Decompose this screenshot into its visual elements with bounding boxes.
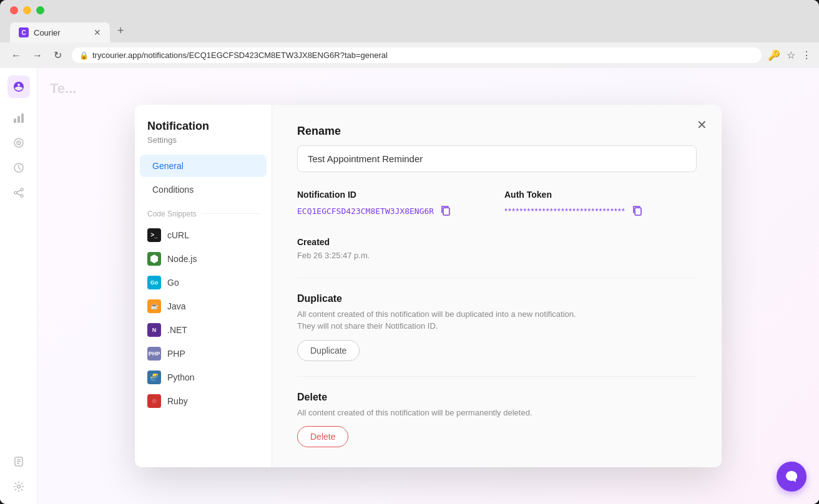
created-date: Feb 26 3:25:47 p.m. xyxy=(297,251,697,260)
info-grid: Notification ID ECQ1EGCFSD423CM8ETW3JX8E… xyxy=(297,190,697,220)
divider-2 xyxy=(297,376,697,377)
svg-point-8 xyxy=(14,191,17,194)
duplicate-section: Duplicate All content created of this no… xyxy=(297,293,697,376)
tabs-bar: C Courier ✕ + xyxy=(10,19,809,42)
snippet-item-nodejs[interactable]: Node.js xyxy=(135,247,272,271)
url-bar[interactable]: 🔒 trycourier.app/notifications/ECQ1EGCFS… xyxy=(72,47,762,63)
svg-rect-2 xyxy=(21,114,24,123)
svg-line-11 xyxy=(17,193,21,195)
title-bar: C Courier ✕ + xyxy=(0,0,819,42)
star-icon[interactable]: ☆ xyxy=(787,49,795,61)
snippet-label-ruby: Ruby xyxy=(167,396,188,406)
chat-btn[interactable] xyxy=(777,462,807,492)
settings-modal: ✕ Notification Settings General Conditio… xyxy=(135,105,722,468)
nav-target-icon[interactable] xyxy=(9,133,29,153)
copy-auth-token-btn[interactable] xyxy=(630,203,644,220)
browser-tab[interactable]: C Courier ✕ xyxy=(10,22,110,42)
nav-docs-icon[interactable] xyxy=(9,452,29,472)
minimize-window-btn[interactable] xyxy=(23,6,31,14)
rename-section-title: Rename xyxy=(297,125,697,138)
modal-main-content: Rename Notification ID ECQ1EGCFSD423CM8E… xyxy=(272,105,722,468)
sidebar-item-conditions[interactable]: Conditions xyxy=(140,178,267,201)
tab-close-btn[interactable]: ✕ xyxy=(94,27,101,37)
modal-title: Notification xyxy=(135,120,272,133)
modal-sidebar: Notification Settings General Conditions… xyxy=(135,105,272,468)
duplicate-title: Duplicate xyxy=(297,293,697,304)
maximize-window-btn[interactable] xyxy=(36,6,44,14)
new-tab-btn[interactable]: + xyxy=(112,19,129,42)
snippet-item-php[interactable]: PHP PHP xyxy=(135,342,272,366)
sidebar-item-general[interactable]: General xyxy=(140,155,267,177)
copy-notification-id-btn[interactable] xyxy=(439,203,453,220)
nav-share-icon[interactable] xyxy=(9,183,29,203)
svg-point-9 xyxy=(21,195,23,197)
lock-icon: 🔒 xyxy=(79,51,89,60)
python-icon xyxy=(147,371,161,384)
php-icon: PHP xyxy=(147,347,161,361)
auth-token-section: Auth Token *****************************… xyxy=(504,190,697,220)
toolbar-icons: 🔑 ☆ ⋮ xyxy=(768,49,812,61)
snippet-label-java: Java xyxy=(167,301,186,311)
key-icon: 🔑 xyxy=(768,49,780,61)
menu-icon[interactable]: ⋮ xyxy=(802,49,812,61)
snippet-item-curl[interactable]: >_ cURL xyxy=(135,223,272,247)
divider-1 xyxy=(297,278,697,278)
snippet-item-dotnet[interactable]: N .NET xyxy=(135,318,272,342)
svg-point-7 xyxy=(21,188,23,191)
modal-overlay: ✕ Notification Settings General Conditio… xyxy=(37,68,819,504)
nav-settings-icon[interactable] xyxy=(9,477,29,497)
delete-section: Delete All content created of this notif… xyxy=(297,392,697,448)
java-icon: ☕ xyxy=(147,299,161,313)
app-content: Te... ✕ Notification Settings General Co… xyxy=(0,68,819,504)
modal-subtitle: Settings xyxy=(135,135,272,145)
nav-history-icon[interactable] xyxy=(9,158,29,178)
duplicate-desc-line2: They will not share their Notification I… xyxy=(297,321,438,331)
snippet-item-ruby[interactable]: Ruby xyxy=(135,389,272,413)
nodejs-icon xyxy=(147,252,161,266)
delete-btn[interactable]: Delete xyxy=(297,426,348,447)
svg-rect-0 xyxy=(14,119,16,123)
notification-id-section: Notification ID ECQ1EGCFSD423CM8ETW3JX8E… xyxy=(297,190,489,220)
notification-id-label: Notification ID xyxy=(297,190,489,200)
snippet-label-dotnet: .NET xyxy=(167,325,187,335)
browser-frame: C Courier ✕ + ← → ↻ 🔒 trycourier.app/not… xyxy=(0,0,819,504)
go-icon: Go xyxy=(147,276,161,289)
created-label: Created xyxy=(297,237,697,247)
nav-buttons: ← → ↻ xyxy=(7,48,66,62)
url-text: trycourier.app/notifications/ECQ1EGCFSD4… xyxy=(92,51,754,60)
auth-token-label: Auth Token xyxy=(504,190,697,200)
page-area: Te... ✕ Notification Settings General Co… xyxy=(37,68,819,504)
svg-point-16 xyxy=(17,485,20,488)
close-window-btn[interactable] xyxy=(10,6,18,14)
snippet-item-java[interactable]: ☕ Java xyxy=(135,294,272,318)
forward-btn[interactable]: → xyxy=(29,49,46,62)
snippet-item-python[interactable]: Python xyxy=(135,366,272,389)
snippet-label-curl: cURL xyxy=(167,230,189,240)
notification-id-value-row: ECQ1EGCFSD423CM8ETW3JX8ENG6R xyxy=(297,203,489,220)
curl-icon: >_ xyxy=(147,228,161,242)
svg-rect-20 xyxy=(635,208,641,215)
svg-line-10 xyxy=(17,190,21,192)
duplicate-desc-line1: All content created of this notification… xyxy=(297,309,576,319)
address-bar: ← → ↻ 🔒 trycourier.app/notifications/ECQ… xyxy=(0,42,819,68)
rename-input[interactable] xyxy=(297,145,697,172)
auth-token-value-row: ******************************** xyxy=(504,203,697,220)
svg-rect-19 xyxy=(443,208,449,215)
traffic-lights xyxy=(10,6,809,14)
ruby-icon xyxy=(147,394,161,408)
snippet-item-go[interactable]: Go Go xyxy=(135,271,272,294)
duplicate-btn[interactable]: Duplicate xyxy=(297,340,360,361)
svg-rect-1 xyxy=(17,116,20,123)
delete-title: Delete xyxy=(297,392,697,403)
reload-btn[interactable]: ↻ xyxy=(50,48,66,62)
nav-analytics-icon[interactable] xyxy=(9,108,29,128)
svg-point-5 xyxy=(18,142,19,143)
tab-title: Courier xyxy=(34,28,61,37)
app-logo xyxy=(7,75,30,98)
snippet-label-nodejs: Node.js xyxy=(167,254,197,264)
delete-desc: All content created of this notification… xyxy=(297,407,697,419)
snippet-label-go: Go xyxy=(167,278,179,288)
back-btn[interactable]: ← xyxy=(7,49,25,62)
app-sidebar xyxy=(0,68,37,504)
modal-close-btn[interactable]: ✕ xyxy=(692,115,712,135)
